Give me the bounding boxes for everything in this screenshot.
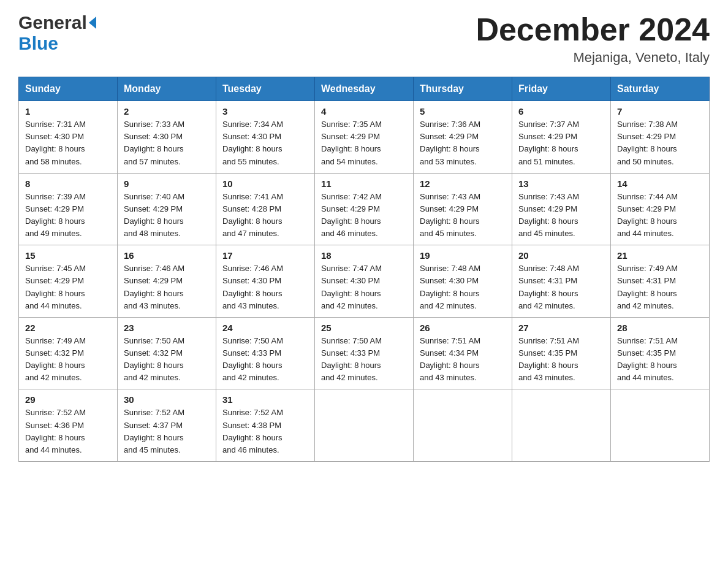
day-info: Sunrise: 7:35 AMSunset: 4:29 PMDaylight:…: [321, 120, 382, 166]
day-cell-23: 23 Sunrise: 7:50 AMSunset: 4:32 PMDaylig…: [118, 317, 216, 389]
page-header: General Blue December 2024 Mejaniga, Ven…: [18, 12, 710, 66]
day-cell-30: 30 Sunrise: 7:52 AMSunset: 4:37 PMDaylig…: [118, 389, 216, 462]
day-info: Sunrise: 7:40 AMSunset: 4:29 PMDaylight:…: [124, 192, 184, 238]
calendar-table: Sunday Monday Tuesday Wednesday Thursday…: [18, 77, 710, 462]
weekday-header-row: Sunday Monday Tuesday Wednesday Thursday…: [19, 77, 710, 101]
day-info: Sunrise: 7:49 AMSunset: 4:31 PMDaylight:…: [617, 264, 678, 310]
day-info: Sunrise: 7:49 AMSunset: 4:32 PMDaylight:…: [25, 336, 86, 382]
day-cell-34: [512, 389, 611, 462]
day-cell-26: 26 Sunrise: 7:51 AMSunset: 4:34 PMDaylig…: [414, 317, 512, 389]
title-area: December 2024 Mejaniga, Veneto, Italy: [476, 12, 710, 66]
day-number: 3: [222, 106, 308, 117]
day-cell-20: 20 Sunrise: 7:48 AMSunset: 4:31 PMDaylig…: [512, 245, 611, 318]
day-cell-33: [414, 389, 512, 462]
day-number: 4: [321, 106, 407, 117]
day-cell-28: 28 Sunrise: 7:51 AMSunset: 4:35 PMDaylig…: [611, 317, 710, 389]
day-number: 10: [222, 178, 308, 189]
day-cell-35: [611, 389, 710, 462]
day-number: 26: [420, 323, 506, 333]
day-number: 2: [124, 106, 210, 117]
logo-flag-icon: [89, 17, 96, 29]
day-number: 28: [617, 323, 703, 333]
day-cell-4: 4 Sunrise: 7:35 AMSunset: 4:29 PMDayligh…: [315, 101, 414, 174]
day-number: 19: [420, 250, 506, 261]
day-number: 18: [321, 250, 407, 261]
week-row-5: 29 Sunrise: 7:52 AMSunset: 4:36 PMDaylig…: [19, 389, 710, 462]
header-wednesday: Wednesday: [315, 77, 414, 101]
day-info: Sunrise: 7:39 AMSunset: 4:29 PMDaylight:…: [25, 192, 86, 238]
header-friday: Friday: [512, 77, 611, 101]
day-info: Sunrise: 7:52 AMSunset: 4:38 PMDaylight:…: [222, 408, 283, 454]
day-cell-2: 2 Sunrise: 7:33 AMSunset: 4:30 PMDayligh…: [118, 101, 216, 174]
day-number: 14: [617, 178, 703, 189]
day-info: Sunrise: 7:46 AMSunset: 4:29 PMDaylight:…: [124, 264, 184, 310]
day-cell-15: 15 Sunrise: 7:45 AMSunset: 4:29 PMDaylig…: [19, 245, 118, 318]
day-cell-7: 7 Sunrise: 7:38 AMSunset: 4:29 PMDayligh…: [611, 101, 710, 174]
day-cell-19: 19 Sunrise: 7:48 AMSunset: 4:30 PMDaylig…: [414, 245, 512, 318]
day-info: Sunrise: 7:44 AMSunset: 4:29 PMDaylight:…: [617, 192, 678, 238]
day-cell-8: 8 Sunrise: 7:39 AMSunset: 4:29 PMDayligh…: [19, 173, 118, 245]
logo-blue-text: Blue: [18, 33, 58, 53]
day-cell-5: 5 Sunrise: 7:36 AMSunset: 4:29 PMDayligh…: [414, 101, 512, 174]
day-cell-6: 6 Sunrise: 7:37 AMSunset: 4:29 PMDayligh…: [512, 101, 611, 174]
week-row-2: 8 Sunrise: 7:39 AMSunset: 4:29 PMDayligh…: [19, 173, 710, 245]
day-info: Sunrise: 7:52 AMSunset: 4:36 PMDaylight:…: [25, 408, 86, 454]
day-number: 30: [124, 394, 210, 405]
day-cell-32: [315, 389, 414, 462]
month-title: December 2024: [476, 12, 710, 47]
day-number: 27: [518, 323, 604, 333]
day-number: 25: [321, 323, 407, 333]
day-number: 31: [222, 394, 308, 405]
day-info: Sunrise: 7:51 AMSunset: 4:35 PMDaylight:…: [617, 336, 678, 382]
header-thursday: Thursday: [414, 77, 512, 101]
header-saturday: Saturday: [611, 77, 710, 101]
day-number: 6: [518, 106, 604, 117]
day-cell-11: 11 Sunrise: 7:42 AMSunset: 4:29 PMDaylig…: [315, 173, 414, 245]
day-cell-25: 25 Sunrise: 7:50 AMSunset: 4:33 PMDaylig…: [315, 317, 414, 389]
day-info: Sunrise: 7:50 AMSunset: 4:32 PMDaylight:…: [124, 336, 184, 382]
day-info: Sunrise: 7:41 AMSunset: 4:28 PMDaylight:…: [222, 192, 283, 238]
day-number: 9: [124, 178, 210, 189]
day-cell-24: 24 Sunrise: 7:50 AMSunset: 4:33 PMDaylig…: [216, 317, 315, 389]
header-tuesday: Tuesday: [216, 77, 315, 101]
location-title: Mejaniga, Veneto, Italy: [476, 50, 710, 66]
day-cell-27: 27 Sunrise: 7:51 AMSunset: 4:35 PMDaylig…: [512, 317, 611, 389]
day-number: 17: [222, 250, 308, 261]
day-number: 20: [518, 250, 604, 261]
day-number: 1: [25, 106, 111, 117]
day-number: 21: [617, 250, 703, 261]
day-cell-10: 10 Sunrise: 7:41 AMSunset: 4:28 PMDaylig…: [216, 173, 315, 245]
day-number: 15: [25, 250, 111, 261]
logo: General Blue: [18, 12, 96, 54]
day-cell-9: 9 Sunrise: 7:40 AMSunset: 4:29 PMDayligh…: [118, 173, 216, 245]
day-info: Sunrise: 7:34 AMSunset: 4:30 PMDaylight:…: [222, 120, 283, 166]
day-info: Sunrise: 7:46 AMSunset: 4:30 PMDaylight:…: [222, 264, 283, 310]
day-number: 22: [25, 323, 111, 333]
day-number: 29: [25, 394, 111, 405]
day-info: Sunrise: 7:38 AMSunset: 4:29 PMDaylight:…: [617, 120, 678, 166]
day-cell-1: 1 Sunrise: 7:31 AMSunset: 4:30 PMDayligh…: [19, 101, 118, 174]
day-cell-13: 13 Sunrise: 7:43 AMSunset: 4:29 PMDaylig…: [512, 173, 611, 245]
day-info: Sunrise: 7:51 AMSunset: 4:34 PMDaylight:…: [420, 336, 480, 382]
day-info: Sunrise: 7:48 AMSunset: 4:30 PMDaylight:…: [420, 264, 480, 310]
day-number: 23: [124, 323, 210, 333]
day-cell-29: 29 Sunrise: 7:52 AMSunset: 4:36 PMDaylig…: [19, 389, 118, 462]
day-info: Sunrise: 7:52 AMSunset: 4:37 PMDaylight:…: [124, 408, 184, 454]
day-info: Sunrise: 7:50 AMSunset: 4:33 PMDaylight:…: [222, 336, 283, 382]
header-sunday: Sunday: [19, 77, 118, 101]
day-number: 16: [124, 250, 210, 261]
day-number: 8: [25, 178, 111, 189]
week-row-1: 1 Sunrise: 7:31 AMSunset: 4:30 PMDayligh…: [19, 101, 710, 174]
day-info: Sunrise: 7:45 AMSunset: 4:29 PMDaylight:…: [25, 264, 86, 310]
day-number: 7: [617, 106, 703, 117]
day-number: 5: [420, 106, 506, 117]
day-info: Sunrise: 7:37 AMSunset: 4:29 PMDaylight:…: [518, 120, 579, 166]
day-info: Sunrise: 7:31 AMSunset: 4:30 PMDaylight:…: [25, 120, 86, 166]
day-info: Sunrise: 7:50 AMSunset: 4:33 PMDaylight:…: [321, 336, 382, 382]
day-info: Sunrise: 7:47 AMSunset: 4:30 PMDaylight:…: [321, 264, 382, 310]
day-cell-18: 18 Sunrise: 7:47 AMSunset: 4:30 PMDaylig…: [315, 245, 414, 318]
day-number: 24: [222, 323, 308, 333]
week-row-4: 22 Sunrise: 7:49 AMSunset: 4:32 PMDaylig…: [19, 317, 710, 389]
day-info: Sunrise: 7:51 AMSunset: 4:35 PMDaylight:…: [518, 336, 579, 382]
day-cell-31: 31 Sunrise: 7:52 AMSunset: 4:38 PMDaylig…: [216, 389, 315, 462]
